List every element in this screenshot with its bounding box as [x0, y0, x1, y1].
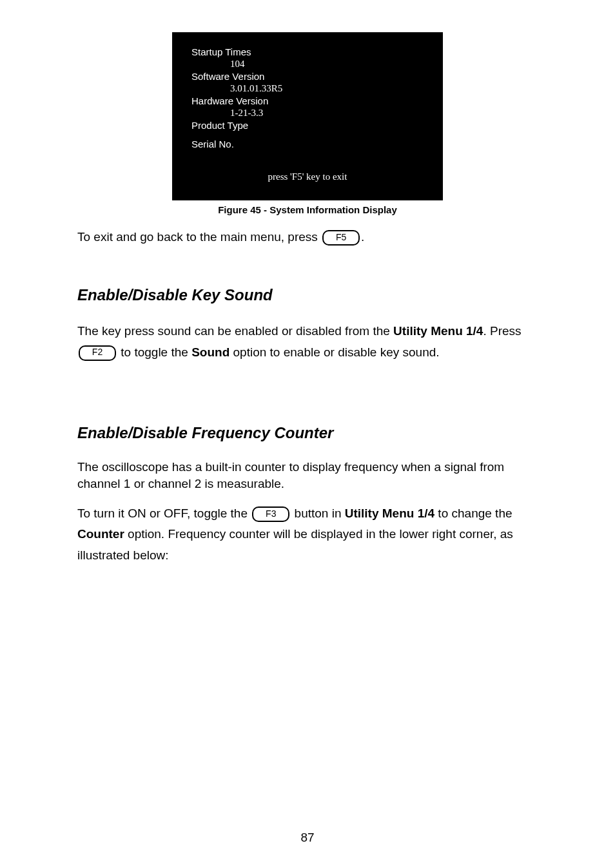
heading-freq-counter: Enable/Disable Frequency Counter	[77, 424, 538, 442]
utility-menu-label-2: Utility Menu 1/4	[345, 506, 434, 520]
startup-times-value: 104	[230, 59, 424, 70]
exit-instruction: To exit and go back to the main menu, pr…	[77, 227, 538, 247]
f2-key-icon: F2	[79, 345, 116, 361]
counter-option-label: Counter	[77, 527, 124, 541]
ks-text-1: The key press sound can be enabled or di…	[77, 324, 393, 338]
page-number: 87	[0, 831, 615, 845]
exit-instruction-post: .	[361, 230, 364, 244]
key-sound-paragraph: The key press sound can be enabled or di…	[77, 321, 538, 363]
ks-text-2: . Press	[483, 324, 521, 338]
serial-no-label: Serial No.	[191, 139, 424, 149]
ks-text-4: option to enable or disable key sound.	[229, 345, 439, 359]
hardware-version-label: Hardware Version	[191, 95, 424, 106]
freq-counter-p2: To turn it ON or OFF, toggle the F3 butt…	[77, 503, 538, 566]
exit-instruction-pre: To exit and go back to the main menu, pr…	[77, 230, 321, 244]
startup-times-label: Startup Times	[191, 46, 424, 57]
system-info-display: Startup Times 104 Software Version 3.01.…	[172, 32, 443, 200]
hardware-version-value: 1-21-3.3	[230, 108, 424, 119]
ks-text-3: to toggle the	[117, 345, 191, 359]
freq-counter-p1: The oscilloscope has a built-in counter …	[77, 459, 538, 492]
f5-key-icon: F5	[322, 230, 360, 246]
software-version-value: 3.01.01.33R5	[230, 83, 424, 94]
sound-option-label: Sound	[191, 345, 229, 359]
product-type-label: Product Type	[191, 120, 424, 131]
fc-text-mid: button in	[291, 506, 344, 520]
press-f5-exit-text: press 'F5' key to exit	[191, 171, 424, 182]
fc-text-end: option. Frequency counter will be displa…	[77, 527, 513, 561]
f3-key-icon: F3	[252, 506, 289, 522]
utility-menu-label: Utility Menu 1/4	[393, 324, 483, 338]
fc-text-pre: To turn it ON or OFF, toggle the	[77, 506, 251, 520]
software-version-label: Software Version	[191, 71, 424, 82]
heading-key-sound: Enable/Disable Key Sound	[77, 286, 538, 304]
figure-caption: Figure 45 - System Information Display	[77, 204, 538, 215]
fc-text-post: to change the	[434, 506, 512, 520]
